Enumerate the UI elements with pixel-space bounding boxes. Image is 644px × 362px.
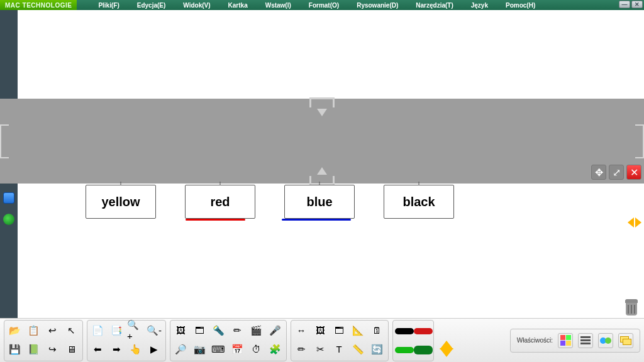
- swatch-red[interactable]: [414, 328, 433, 334]
- copy-icon[interactable]: 📋: [25, 322, 42, 339]
- menu-pliki[interactable]: Pliki(F): [89, 0, 128, 10]
- card-red[interactable]: red: [185, 185, 255, 219]
- card-black[interactable]: black: [384, 185, 454, 219]
- undo-icon[interactable]: ↩: [44, 322, 60, 339]
- prop-colorgrid-icon[interactable]: [558, 333, 573, 348]
- menu-rysowanie[interactable]: Rysowanie(D): [348, 0, 407, 10]
- trash-icon[interactable]: [624, 299, 639, 315]
- image-icon[interactable]: 🖼: [172, 322, 189, 339]
- window-icon[interactable]: 🗔: [191, 322, 208, 339]
- properties-label: Właściwości:: [517, 337, 553, 344]
- magnify-icon[interactable]: 🔎: [172, 341, 189, 358]
- pen-icon[interactable]: ✏: [229, 322, 245, 339]
- card-label: black: [402, 195, 435, 209]
- menubar: MAC TECHNOLOGIE Pliki(F) Edycja(E) Widok…: [0, 0, 644, 10]
- menu-edycja[interactable]: Edycja(E): [128, 0, 175, 10]
- tool-group-page: 📄 📑 🔍+ 🔍- ⬅ ➡ 👆 ▶: [87, 320, 166, 361]
- menu-pomoc[interactable]: Pomoc(H): [497, 0, 544, 10]
- frame-icon[interactable]: 🗔: [331, 322, 347, 339]
- plugin-icon[interactable]: 🧩: [267, 341, 283, 358]
- bottom-toolbar: 📂 📋 ↩ ↖ 💾 📗 ↪ 🖥 📄 📑 🔍+ 🔍- ⬅ ➡ 👆 ▶ 🖼 🗔 🔦 …: [0, 318, 644, 362]
- tool-group-insert: 🖼 🗔 🔦 ✏ 🎬 🎤 🔎 📷 ⌨ 📅 ⏱ 🧩: [170, 320, 287, 361]
- card-label: blue: [306, 195, 332, 209]
- tool-group-draw: ↔ 🖼 🗔 📐 🗓 ✏ ✂ T 📏 🔄: [291, 320, 389, 361]
- properties-panel: Właściwości:: [510, 329, 640, 353]
- card-label: red: [210, 195, 230, 209]
- newpage-icon[interactable]: 📄: [89, 322, 106, 339]
- move-icon[interactable]: ↔: [293, 322, 309, 339]
- sidebar-page-icon[interactable]: [3, 192, 14, 204]
- overlay-handle-right[interactable]: [635, 124, 644, 158]
- keyboard-icon[interactable]: ⌨: [210, 341, 226, 358]
- brand-badge: MAC TECHNOLOGIE: [0, 0, 77, 10]
- calendar-icon[interactable]: 📅: [229, 341, 245, 358]
- zoomout-icon[interactable]: 🔍-: [146, 322, 162, 339]
- sidebar-globe-icon[interactable]: [3, 214, 14, 225]
- measure-icon[interactable]: 📏: [350, 341, 366, 358]
- play-icon[interactable]: ▶: [146, 341, 162, 358]
- minimize-button[interactable]: —: [619, 1, 630, 8]
- spotlight-icon[interactable]: 🔦: [210, 322, 226, 339]
- camera-icon[interactable]: 📷: [191, 341, 208, 358]
- screen-icon[interactable]: 🖥: [63, 341, 79, 358]
- hand-icon[interactable]: 👆: [127, 341, 143, 358]
- picture-icon[interactable]: 🖼: [312, 322, 328, 339]
- video-icon[interactable]: 🎬: [248, 322, 264, 339]
- menu-narzedzia[interactable]: Narzędzia(T): [407, 0, 462, 10]
- swatch-black[interactable]: [395, 328, 414, 334]
- paste-icon[interactable]: 📗: [25, 341, 42, 358]
- overlay-expand-icon[interactable]: ⤢: [609, 165, 624, 180]
- card-label: yellow: [101, 195, 140, 209]
- refresh-icon[interactable]: 🔄: [369, 341, 385, 358]
- close-window-button[interactable]: ✕: [631, 1, 643, 8]
- menu-widok[interactable]: Widok(V): [174, 0, 219, 10]
- menu-format[interactable]: Format(O): [300, 0, 348, 10]
- pencil-icon[interactable]: ✏: [293, 341, 309, 358]
- stroke-blue: [282, 219, 351, 221]
- overlay-move-icon[interactable]: ✥: [591, 165, 606, 180]
- tool-group-file: 📂 📋 ↩ ↖ 💾 📗 ↪ 🖥: [4, 320, 83, 361]
- next-icon[interactable]: ➡: [108, 341, 125, 358]
- card-yellow[interactable]: yellow: [86, 185, 156, 219]
- table-icon[interactable]: 🗓: [369, 322, 385, 339]
- pages-icon[interactable]: 📑: [108, 322, 125, 339]
- swatch-green2[interactable]: [414, 346, 433, 354]
- card-blue[interactable]: blue: [284, 185, 355, 219]
- menu-wstaw[interactable]: Wstaw(I): [257, 0, 300, 10]
- tool-group-stroke: [392, 320, 434, 361]
- overlay-controls: ✥ ⤢ ✕: [591, 165, 641, 180]
- window-buttons: — ✕: [619, 1, 643, 8]
- prop-fill-icon[interactable]: [598, 333, 613, 348]
- zoomin-icon[interactable]: 🔍+: [127, 322, 143, 339]
- timer-icon[interactable]: ⏱: [248, 341, 264, 358]
- ruler-icon[interactable]: 📐: [350, 322, 366, 339]
- reorder-updown-icon[interactable]: [438, 323, 455, 358]
- pointer-icon[interactable]: ↖: [63, 322, 79, 339]
- overlay-close-button[interactable]: ✕: [626, 165, 641, 180]
- menu-kartka[interactable]: Kartka: [219, 0, 257, 10]
- erase-icon[interactable]: ✂: [312, 341, 328, 358]
- overlay-handle-left[interactable]: [0, 124, 9, 158]
- overlay-handle-bottom[interactable]: [303, 163, 341, 186]
- text-icon[interactable]: T: [331, 341, 347, 358]
- prev-icon[interactable]: ⬅: [89, 341, 106, 358]
- prop-lineweight-icon[interactable]: [578, 333, 593, 348]
- mic-icon[interactable]: 🎤: [267, 322, 283, 339]
- menu-jezyk[interactable]: Język: [462, 0, 497, 10]
- prop-layers-icon[interactable]: [618, 333, 633, 348]
- swatch-green1[interactable]: [395, 347, 414, 353]
- overlay-handle-top[interactable]: [303, 97, 341, 120]
- stroke-red: [186, 219, 245, 221]
- open-icon[interactable]: 📂: [6, 322, 23, 339]
- save-icon[interactable]: 💾: [6, 341, 23, 358]
- page-nav-arrows[interactable]: [628, 217, 641, 228]
- cards-row: yellow red blue black: [86, 185, 454, 219]
- redo-icon[interactable]: ↪: [44, 341, 60, 358]
